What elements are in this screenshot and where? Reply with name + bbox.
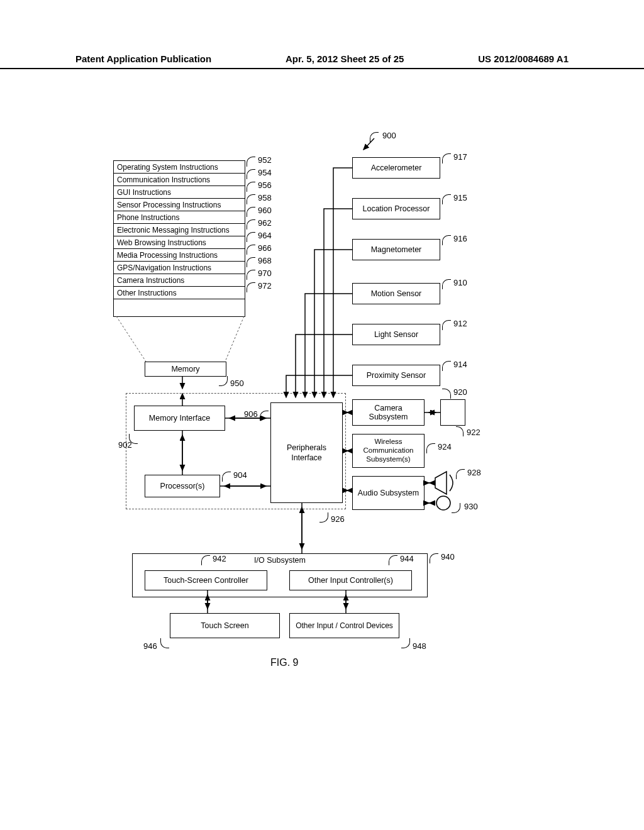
ref-956: 956 — [258, 180, 272, 190]
hook-icon — [442, 235, 451, 245]
ref-964: 964 — [258, 231, 272, 240]
hook-icon — [247, 257, 255, 267]
hook-icon — [426, 443, 435, 453]
ref-972: 972 — [258, 281, 272, 290]
hook-icon — [452, 503, 460, 513]
ref-920: 920 — [453, 387, 467, 397]
figure-9-diagram: Operating System Instructions Communicat… — [107, 126, 491, 673]
hook-icon — [442, 194, 451, 204]
hook-icon — [247, 182, 255, 192]
ref-946: 946 — [143, 641, 157, 651]
hook-icon — [247, 207, 255, 217]
ref-954: 954 — [258, 168, 272, 177]
ref-926: 926 — [331, 514, 345, 524]
ref-902: 902 — [118, 440, 132, 450]
instr-other: Other Instructions — [113, 286, 245, 299]
instr-blank — [113, 299, 245, 316]
memory-instructions-table: Operating System Instructions Communicat… — [113, 160, 245, 317]
hook-icon — [247, 157, 255, 167]
hook-icon — [160, 638, 169, 648]
wireless-subsystem-block: Wireless Communication Subsystem(s) — [352, 434, 425, 468]
ref-952: 952 — [258, 155, 272, 165]
camera-lens-icon — [440, 399, 465, 426]
page-header: Patent Application Publication Apr. 5, 2… — [0, 53, 644, 69]
processors-block: Processor(s) — [145, 475, 220, 497]
instr-phone: Phone Instructions — [113, 211, 245, 223]
camera-subsystem-block: Camera Subsystem — [352, 399, 425, 426]
svg-line-0 — [116, 316, 146, 362]
hook-icon — [219, 376, 228, 386]
other-input-devices-block: Other Input / Control Devices — [289, 613, 399, 638]
ref-916: 916 — [453, 234, 467, 243]
ref-962: 962 — [258, 218, 272, 228]
hook-icon — [456, 469, 465, 479]
ref-966: 966 — [258, 243, 272, 253]
ref-930: 930 — [464, 502, 478, 511]
ref-958: 958 — [258, 193, 272, 202]
hook-icon — [319, 512, 328, 523]
hook-icon — [456, 426, 464, 436]
instr-email: Electronic Messaging Instructions — [113, 223, 245, 236]
proximity-sensor-block: Proximity Sensor — [352, 365, 440, 386]
instr-web: Web Browsing Instructions — [113, 236, 245, 248]
hook-icon — [247, 194, 255, 204]
instr-comm: Communication Instructions — [113, 173, 245, 185]
header-left: Patent Application Publication — [75, 53, 211, 64]
location-processor-block: Location Processor — [352, 198, 440, 219]
ref-960: 960 — [258, 206, 272, 215]
light-sensor-block: Light Sensor — [352, 324, 440, 345]
instr-gui: GUI Instructions — [113, 185, 245, 198]
ref-917: 917 — [453, 152, 467, 162]
ref-940: 940 — [441, 552, 455, 562]
ref-912: 912 — [453, 319, 467, 328]
hook-icon — [442, 279, 451, 289]
ref-968: 968 — [258, 256, 272, 265]
svg-point-18 — [436, 496, 450, 510]
hook-icon — [247, 282, 255, 292]
peripherals-interface-block: Peripherals Interface — [270, 402, 343, 503]
hook-icon — [247, 232, 255, 242]
accelerometer-block: Accelerometer — [352, 157, 440, 179]
hook-icon — [401, 638, 410, 648]
instr-gps: GPS/Navigation Instructions — [113, 261, 245, 274]
magnetometer-block: Magnetometer — [352, 239, 440, 260]
memory-block: Memory — [145, 362, 226, 377]
instr-camera: Camera Instructions — [113, 274, 245, 286]
motion-sensor-block: Motion Sensor — [352, 283, 440, 304]
io-subsystem-label: I/O Subsystem — [254, 556, 306, 565]
hook-icon — [247, 169, 255, 179]
ref-914: 914 — [453, 360, 467, 369]
hook-icon — [247, 270, 255, 280]
ref-942: 942 — [213, 554, 226, 563]
hook-icon — [201, 555, 210, 565]
hook-icon — [260, 411, 269, 421]
ref-906: 906 — [244, 409, 258, 419]
audio-subsystem-block: Audio Subsystem — [352, 476, 425, 510]
header-right: US 2012/0084689 A1 — [478, 53, 569, 64]
instr-media: Media Processing Instructions — [113, 248, 245, 261]
ref-948: 948 — [413, 641, 426, 651]
ref-922: 922 — [467, 428, 480, 437]
ref-924: 924 — [438, 442, 452, 451]
touch-screen-block: Touch Screen — [170, 613, 280, 638]
hook-icon — [442, 153, 451, 163]
memory-interface-block: Memory Interface — [134, 406, 225, 431]
ref-950: 950 — [230, 379, 244, 388]
hook-icon — [389, 555, 397, 565]
ref-904: 904 — [233, 470, 247, 480]
ref-944: 944 — [400, 554, 414, 563]
ref-915: 915 — [453, 193, 467, 202]
ref-928: 928 — [467, 468, 481, 477]
figure-label: FIG. 9 — [270, 657, 298, 668]
ref-910: 910 — [453, 278, 467, 287]
ref-970: 970 — [258, 268, 272, 278]
hook-icon — [247, 219, 255, 230]
header-center: Apr. 5, 2012 Sheet 25 of 25 — [286, 53, 404, 64]
hook-icon — [442, 320, 451, 330]
hook-icon — [370, 132, 379, 142]
hook-icon — [247, 245, 255, 255]
other-input-controller-block: Other Input Controller(s) — [289, 570, 412, 590]
hook-icon — [222, 472, 231, 482]
svg-line-1 — [225, 316, 244, 362]
hook-icon — [430, 553, 438, 563]
